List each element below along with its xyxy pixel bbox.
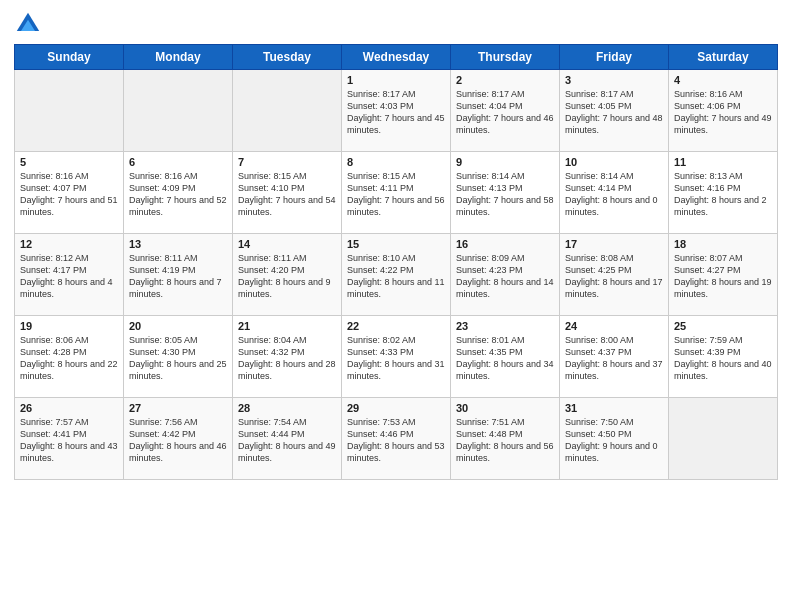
cell-content: Sunrise: 8:15 AM Sunset: 4:10 PM Dayligh… xyxy=(238,170,336,219)
day-number: 27 xyxy=(129,402,227,414)
cell-content: Sunrise: 8:17 AM Sunset: 4:05 PM Dayligh… xyxy=(565,88,663,137)
calendar-cell: 7Sunrise: 8:15 AM Sunset: 4:10 PM Daylig… xyxy=(233,152,342,234)
cell-content: Sunrise: 8:11 AM Sunset: 4:19 PM Dayligh… xyxy=(129,252,227,301)
day-number: 31 xyxy=(565,402,663,414)
day-number: 12 xyxy=(20,238,118,250)
cell-content: Sunrise: 8:01 AM Sunset: 4:35 PM Dayligh… xyxy=(456,334,554,383)
calendar-cell: 23Sunrise: 8:01 AM Sunset: 4:35 PM Dayli… xyxy=(451,316,560,398)
calendar-cell: 6Sunrise: 8:16 AM Sunset: 4:09 PM Daylig… xyxy=(124,152,233,234)
cell-content: Sunrise: 8:00 AM Sunset: 4:37 PM Dayligh… xyxy=(565,334,663,383)
calendar-header: SundayMondayTuesdayWednesdayThursdayFrid… xyxy=(15,45,778,70)
cell-content: Sunrise: 8:16 AM Sunset: 4:07 PM Dayligh… xyxy=(20,170,118,219)
day-number: 7 xyxy=(238,156,336,168)
calendar-body: 1Sunrise: 8:17 AM Sunset: 4:03 PM Daylig… xyxy=(15,70,778,480)
calendar-cell: 3Sunrise: 8:17 AM Sunset: 4:05 PM Daylig… xyxy=(560,70,669,152)
calendar-cell: 27Sunrise: 7:56 AM Sunset: 4:42 PM Dayli… xyxy=(124,398,233,480)
cell-content: Sunrise: 8:14 AM Sunset: 4:13 PM Dayligh… xyxy=(456,170,554,219)
calendar-week-3: 12Sunrise: 8:12 AM Sunset: 4:17 PM Dayli… xyxy=(15,234,778,316)
day-number: 23 xyxy=(456,320,554,332)
calendar-table: SundayMondayTuesdayWednesdayThursdayFrid… xyxy=(14,44,778,480)
day-of-week-friday: Friday xyxy=(560,45,669,70)
calendar-week-2: 5Sunrise: 8:16 AM Sunset: 4:07 PM Daylig… xyxy=(15,152,778,234)
day-number: 17 xyxy=(565,238,663,250)
cell-content: Sunrise: 8:16 AM Sunset: 4:06 PM Dayligh… xyxy=(674,88,772,137)
day-number: 24 xyxy=(565,320,663,332)
calendar-week-5: 26Sunrise: 7:57 AM Sunset: 4:41 PM Dayli… xyxy=(15,398,778,480)
day-number: 4 xyxy=(674,74,772,86)
cell-content: Sunrise: 8:10 AM Sunset: 4:22 PM Dayligh… xyxy=(347,252,445,301)
day-number: 9 xyxy=(456,156,554,168)
cell-content: Sunrise: 8:11 AM Sunset: 4:20 PM Dayligh… xyxy=(238,252,336,301)
day-number: 10 xyxy=(565,156,663,168)
calendar-cell: 16Sunrise: 8:09 AM Sunset: 4:23 PM Dayli… xyxy=(451,234,560,316)
page-container: SundayMondayTuesdayWednesdayThursdayFrid… xyxy=(0,0,792,488)
calendar-cell: 28Sunrise: 7:54 AM Sunset: 4:44 PM Dayli… xyxy=(233,398,342,480)
calendar-cell: 15Sunrise: 8:10 AM Sunset: 4:22 PM Dayli… xyxy=(342,234,451,316)
logo xyxy=(14,10,46,38)
day-number: 3 xyxy=(565,74,663,86)
day-number: 15 xyxy=(347,238,445,250)
cell-content: Sunrise: 7:51 AM Sunset: 4:48 PM Dayligh… xyxy=(456,416,554,465)
day-number: 22 xyxy=(347,320,445,332)
day-of-week-saturday: Saturday xyxy=(669,45,778,70)
cell-content: Sunrise: 8:04 AM Sunset: 4:32 PM Dayligh… xyxy=(238,334,336,383)
day-number: 21 xyxy=(238,320,336,332)
cell-content: Sunrise: 8:16 AM Sunset: 4:09 PM Dayligh… xyxy=(129,170,227,219)
calendar-cell: 13Sunrise: 8:11 AM Sunset: 4:19 PM Dayli… xyxy=(124,234,233,316)
calendar-cell: 30Sunrise: 7:51 AM Sunset: 4:48 PM Dayli… xyxy=(451,398,560,480)
day-of-week-tuesday: Tuesday xyxy=(233,45,342,70)
calendar-week-4: 19Sunrise: 8:06 AM Sunset: 4:28 PM Dayli… xyxy=(15,316,778,398)
cell-content: Sunrise: 8:12 AM Sunset: 4:17 PM Dayligh… xyxy=(20,252,118,301)
cell-content: Sunrise: 8:08 AM Sunset: 4:25 PM Dayligh… xyxy=(565,252,663,301)
calendar-cell: 25Sunrise: 7:59 AM Sunset: 4:39 PM Dayli… xyxy=(669,316,778,398)
day-of-week-sunday: Sunday xyxy=(15,45,124,70)
calendar-cell: 4Sunrise: 8:16 AM Sunset: 4:06 PM Daylig… xyxy=(669,70,778,152)
calendar-cell: 26Sunrise: 7:57 AM Sunset: 4:41 PM Dayli… xyxy=(15,398,124,480)
calendar-cell: 18Sunrise: 8:07 AM Sunset: 4:27 PM Dayli… xyxy=(669,234,778,316)
day-number: 20 xyxy=(129,320,227,332)
day-number: 16 xyxy=(456,238,554,250)
cell-content: Sunrise: 8:13 AM Sunset: 4:16 PM Dayligh… xyxy=(674,170,772,219)
day-number: 2 xyxy=(456,74,554,86)
day-number: 1 xyxy=(347,74,445,86)
cell-content: Sunrise: 8:15 AM Sunset: 4:11 PM Dayligh… xyxy=(347,170,445,219)
day-number: 26 xyxy=(20,402,118,414)
calendar-cell: 1Sunrise: 8:17 AM Sunset: 4:03 PM Daylig… xyxy=(342,70,451,152)
cell-content: Sunrise: 8:05 AM Sunset: 4:30 PM Dayligh… xyxy=(129,334,227,383)
cell-content: Sunrise: 8:14 AM Sunset: 4:14 PM Dayligh… xyxy=(565,170,663,219)
cell-content: Sunrise: 7:53 AM Sunset: 4:46 PM Dayligh… xyxy=(347,416,445,465)
day-of-week-thursday: Thursday xyxy=(451,45,560,70)
day-number: 5 xyxy=(20,156,118,168)
cell-content: Sunrise: 7:57 AM Sunset: 4:41 PM Dayligh… xyxy=(20,416,118,465)
calendar-cell: 17Sunrise: 8:08 AM Sunset: 4:25 PM Dayli… xyxy=(560,234,669,316)
calendar-cell: 31Sunrise: 7:50 AM Sunset: 4:50 PM Dayli… xyxy=(560,398,669,480)
cell-content: Sunrise: 8:07 AM Sunset: 4:27 PM Dayligh… xyxy=(674,252,772,301)
header-row: SundayMondayTuesdayWednesdayThursdayFrid… xyxy=(15,45,778,70)
day-number: 11 xyxy=(674,156,772,168)
calendar-cell: 2Sunrise: 8:17 AM Sunset: 4:04 PM Daylig… xyxy=(451,70,560,152)
day-number: 6 xyxy=(129,156,227,168)
calendar-cell: 22Sunrise: 8:02 AM Sunset: 4:33 PM Dayli… xyxy=(342,316,451,398)
cell-content: Sunrise: 7:50 AM Sunset: 4:50 PM Dayligh… xyxy=(565,416,663,465)
day-of-week-monday: Monday xyxy=(124,45,233,70)
day-number: 28 xyxy=(238,402,336,414)
header xyxy=(14,10,778,38)
calendar-cell: 19Sunrise: 8:06 AM Sunset: 4:28 PM Dayli… xyxy=(15,316,124,398)
logo-icon xyxy=(14,10,42,38)
day-number: 13 xyxy=(129,238,227,250)
cell-content: Sunrise: 7:54 AM Sunset: 4:44 PM Dayligh… xyxy=(238,416,336,465)
day-number: 25 xyxy=(674,320,772,332)
calendar-cell: 29Sunrise: 7:53 AM Sunset: 4:46 PM Dayli… xyxy=(342,398,451,480)
calendar-week-1: 1Sunrise: 8:17 AM Sunset: 4:03 PM Daylig… xyxy=(15,70,778,152)
cell-content: Sunrise: 8:17 AM Sunset: 4:04 PM Dayligh… xyxy=(456,88,554,137)
cell-content: Sunrise: 8:09 AM Sunset: 4:23 PM Dayligh… xyxy=(456,252,554,301)
day-of-week-wednesday: Wednesday xyxy=(342,45,451,70)
cell-content: Sunrise: 8:02 AM Sunset: 4:33 PM Dayligh… xyxy=(347,334,445,383)
calendar-cell: 5Sunrise: 8:16 AM Sunset: 4:07 PM Daylig… xyxy=(15,152,124,234)
cell-content: Sunrise: 8:17 AM Sunset: 4:03 PM Dayligh… xyxy=(347,88,445,137)
calendar-cell: 8Sunrise: 8:15 AM Sunset: 4:11 PM Daylig… xyxy=(342,152,451,234)
calendar-cell: 21Sunrise: 8:04 AM Sunset: 4:32 PM Dayli… xyxy=(233,316,342,398)
calendar-cell: 12Sunrise: 8:12 AM Sunset: 4:17 PM Dayli… xyxy=(15,234,124,316)
day-number: 29 xyxy=(347,402,445,414)
calendar-cell xyxy=(15,70,124,152)
